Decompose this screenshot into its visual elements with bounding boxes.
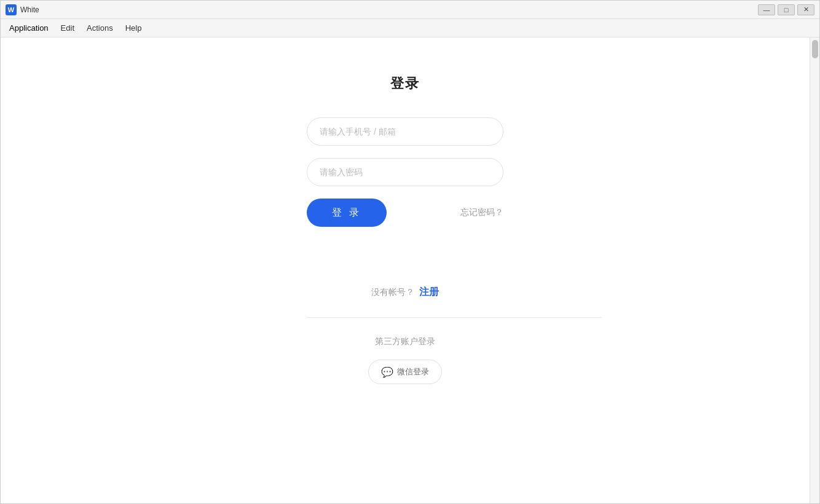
scrollbar-thumb[interactable] bbox=[812, 40, 818, 58]
register-section: 没有帐号？ 注册 第三方账户登录 💬 微信登录 bbox=[307, 286, 503, 384]
divider bbox=[307, 317, 602, 318]
main-content: 登录 登 录 忘记密码？ 没有帐号？ 注 bbox=[1, 37, 810, 503]
action-row: 登 录 忘记密码？ bbox=[307, 199, 503, 227]
app-logo: W bbox=[6, 4, 17, 15]
password-input[interactable] bbox=[307, 158, 503, 186]
menu-application[interactable]: Application bbox=[3, 21, 55, 35]
phone-email-input[interactable] bbox=[307, 117, 503, 146]
window-title: White bbox=[20, 6, 758, 14]
maximize-button[interactable]: □ bbox=[778, 4, 795, 15]
menu-help[interactable]: Help bbox=[119, 21, 148, 35]
minimize-button[interactable]: — bbox=[758, 4, 775, 15]
no-account-text: 没有帐号？ bbox=[371, 287, 414, 297]
scrollbar-track[interactable] bbox=[810, 37, 819, 503]
wechat-login-label: 微信登录 bbox=[397, 366, 429, 377]
login-container: 登录 登 录 忘记密码？ 没有帐号？ 注 bbox=[307, 74, 503, 384]
login-button[interactable]: 登 录 bbox=[307, 199, 387, 227]
password-input-group bbox=[307, 158, 503, 186]
forgot-password-link[interactable]: 忘记密码？ bbox=[387, 207, 503, 218]
title-bar: W White — □ ✕ bbox=[1, 1, 819, 19]
app-window: W White — □ ✕ Application Edit Actions H… bbox=[0, 0, 820, 504]
menu-bar: Application Edit Actions Help bbox=[1, 19, 819, 37]
window-controls: — □ ✕ bbox=[758, 4, 814, 15]
wechat-login-button[interactable]: 💬 微信登录 bbox=[368, 360, 442, 384]
phone-input-group bbox=[307, 117, 503, 146]
close-button[interactable]: ✕ bbox=[797, 4, 814, 15]
register-link[interactable]: 注册 bbox=[419, 286, 439, 297]
content-wrapper: 登录 登 录 忘记密码？ 没有帐号？ 注 bbox=[1, 37, 819, 503]
menu-edit[interactable]: Edit bbox=[55, 21, 81, 35]
register-row: 没有帐号？ 注册 bbox=[371, 286, 439, 299]
wechat-icon: 💬 bbox=[381, 366, 393, 378]
menu-actions[interactable]: Actions bbox=[81, 21, 119, 35]
login-title: 登录 bbox=[390, 74, 420, 93]
third-party-title: 第三方账户登录 bbox=[375, 336, 435, 347]
